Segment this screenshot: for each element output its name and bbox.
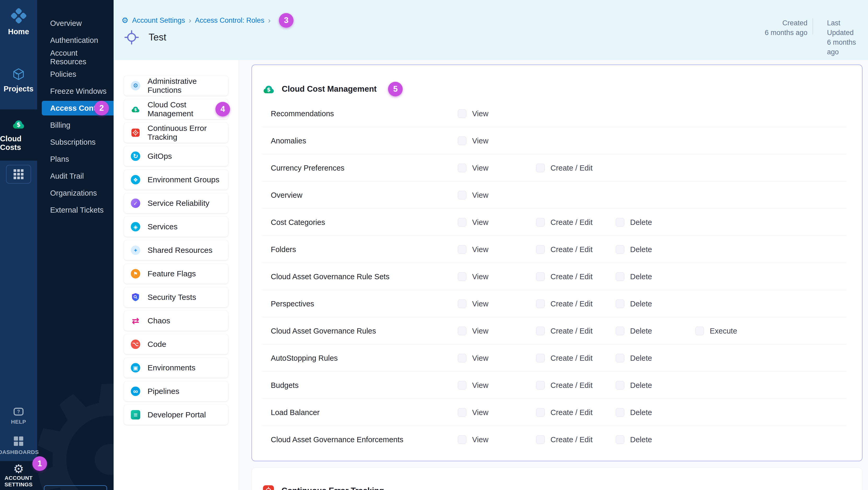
sidebar-item-external-tickets[interactable]: External Tickets (37, 202, 114, 219)
cost-categories-view-checkbox[interactable] (458, 218, 466, 227)
permission-action-create-edit: Create / Edit (536, 300, 592, 308)
overview-view-checkbox[interactable] (458, 191, 466, 200)
perspectives-delete-checkbox[interactable] (616, 300, 624, 308)
service-reliability-icon: ✓ (131, 198, 140, 208)
cloud-asset-governance-rules-delete-checkbox[interactable] (616, 327, 624, 335)
sidebar-item-access-control[interactable]: Access Control2 (42, 101, 114, 116)
checkbox-label: Delete (630, 300, 652, 308)
resource-group-security-tests[interactable]: Security Tests (124, 287, 228, 307)
permission-action-delete: Delete (616, 381, 652, 390)
perspectives-view-checkbox[interactable] (458, 300, 466, 308)
rail-item-cloud-costs[interactable]: $Cloud Costs (0, 110, 37, 161)
checkbox-label: View (472, 435, 488, 444)
rail-item-home[interactable]: Home (0, 0, 37, 41)
resource-group-pipelines[interactable]: ∞Pipelines (124, 381, 228, 401)
autostopping-rules-create-edit-checkbox[interactable] (536, 354, 545, 363)
annotation-badge-1: 1 (32, 456, 47, 471)
svg-text:$: $ (17, 121, 21, 128)
cloud-asset-governance-rule-sets-delete-checkbox[interactable] (616, 272, 624, 281)
sidebar-item-label: External Tickets (50, 206, 104, 214)
resource-group-administrative-functions[interactable]: ⚙Administrative Functions (124, 76, 228, 96)
currency-preferences-view-checkbox[interactable] (458, 164, 466, 173)
folders-create-edit-checkbox[interactable] (536, 245, 545, 254)
anomalies-view-checkbox[interactable] (458, 136, 466, 145)
sidebar-item-plans[interactable]: Plans (37, 151, 114, 168)
autostopping-rules-delete-checkbox[interactable] (616, 354, 624, 363)
cloud-asset-governance-enforcements-view-checkbox[interactable] (458, 435, 466, 444)
permission-action-create-edit: Create / Edit (536, 408, 592, 417)
cloud-asset-governance-rules-create-edit-checkbox[interactable] (536, 327, 545, 335)
sidebar-item-organizations[interactable]: Organizations (37, 185, 114, 202)
resource-group-code[interactable]: ⌥Code (124, 334, 228, 354)
sidebar-item-freeze-windows[interactable]: Freeze Windows (37, 83, 114, 100)
load-balancer-view-checkbox[interactable] (458, 408, 466, 417)
permission-action-view: View (458, 435, 488, 444)
content-area: ⚙Account Settings›Access Control: Roles›… (114, 0, 868, 490)
checkbox-label: Delete (630, 245, 652, 254)
sidebar-item-dashboards[interactable]: DASHBOARDS (0, 431, 37, 461)
load-balancer-delete-checkbox[interactable] (616, 408, 624, 417)
folders-view-checkbox[interactable] (458, 245, 466, 254)
permission-row-folders: FoldersViewCreate / EditDelete (252, 236, 862, 263)
sidebar-item-label: Policies (50, 70, 76, 79)
resource-group-gitops[interactable]: ↻GitOps (124, 146, 228, 166)
rail-item-label: Projects (4, 85, 33, 93)
sidebar-item-policies[interactable]: Policies (37, 66, 114, 83)
module-picker-button[interactable] (6, 165, 31, 184)
permission-row-load-balancer: Load BalancerViewCreate / EditDelete (252, 399, 862, 426)
load-balancer-create-edit-checkbox[interactable] (536, 408, 545, 417)
permissions-area: $ Cloud Cost Management 5 Recommendation… (239, 60, 868, 490)
checkbox-label: View (472, 408, 488, 417)
sidebar-bottom-widget[interactable] (44, 485, 107, 490)
resource-group-shared-resources[interactable]: ✦Shared Resources (124, 240, 228, 260)
permission-action-delete: Delete (616, 408, 652, 417)
sidebar-item-help[interactable]: ?HELP (0, 402, 37, 431)
sidebar-item-authentication[interactable]: Authentication (37, 32, 114, 49)
cloud-asset-governance-enforcements-create-edit-checkbox[interactable] (536, 435, 545, 444)
breadcrumb: ⚙Account Settings›Access Control: Roles›… (121, 13, 293, 28)
perspectives-create-edit-checkbox[interactable] (536, 300, 545, 308)
breadcrumb-link-account-settings[interactable]: Account Settings (132, 17, 185, 25)
sidebar-item-overview[interactable]: Overview (37, 15, 114, 32)
sidebar-item-billing[interactable]: Billing (37, 117, 114, 134)
cost-categories-create-edit-checkbox[interactable] (536, 218, 545, 227)
resource-group-services[interactable]: ◈Services (124, 217, 228, 237)
cloud-asset-governance-rule-sets-view-checkbox[interactable] (458, 272, 466, 281)
resource-group-environment-groups[interactable]: ❖Environment Groups (124, 170, 228, 190)
gitops-icon: ↻ (131, 152, 140, 161)
cloud-asset-governance-rules-execute-checkbox[interactable] (695, 327, 704, 335)
resource-group-feature-flags[interactable]: ⚑Feature Flags (124, 264, 228, 284)
autostopping-rules-view-checkbox[interactable] (458, 354, 466, 363)
checkbox-label: Create / Edit (551, 164, 592, 173)
cloud-cost-management-icon: $ (262, 83, 275, 95)
checkbox-label: View (472, 191, 488, 200)
permission-action-execute: Execute (695, 327, 737, 335)
sidebar-item-account-resources[interactable]: Account Resources (37, 49, 114, 66)
breadcrumb-link-access-control-roles[interactable]: Access Control: Roles (195, 17, 265, 25)
budgets-create-edit-checkbox[interactable] (536, 381, 545, 390)
resource-group-chaos[interactable]: ⇄Chaos (124, 311, 228, 331)
projects-cube-icon (12, 67, 25, 81)
cloud-asset-governance-rule-sets-create-edit-checkbox[interactable] (536, 272, 545, 281)
resource-group-cloud-cost-management[interactable]: $Cloud Cost Management4 (124, 99, 228, 119)
resource-group-developer-portal[interactable]: ≡Developer Portal (124, 405, 228, 425)
cloud-asset-governance-rules-view-checkbox[interactable] (458, 327, 466, 335)
budgets-view-checkbox[interactable] (458, 381, 466, 390)
sidebar-item-account-settings[interactable]: ⚙ ACCOUNT SETTINGS (0, 461, 37, 490)
resource-group-continuous-error-tracking[interactable]: Continuous Error Tracking (124, 123, 228, 143)
sidebar-item-subscriptions[interactable]: Subscriptions (37, 134, 114, 151)
code-icon: ⌥ (131, 340, 140, 349)
folders-delete-checkbox[interactable] (616, 245, 624, 254)
budgets-delete-checkbox[interactable] (616, 381, 624, 390)
sidebar-item-audit-trail[interactable]: Audit Trail (37, 168, 114, 185)
cloud-asset-governance-enforcements-delete-checkbox[interactable] (616, 435, 624, 444)
resource-group-service-reliability[interactable]: ✓Service Reliability (124, 193, 228, 213)
permission-label: Recommendations (271, 110, 334, 118)
continuous-error-tracking-icon (262, 485, 275, 490)
resource-group-environments[interactable]: ▣Environments (124, 358, 228, 378)
rail-item-projects[interactable]: Projects (0, 61, 37, 98)
currency-preferences-create-edit-checkbox[interactable] (536, 164, 545, 173)
recommendations-view-checkbox[interactable] (458, 110, 466, 118)
created-value: 6 months ago (765, 28, 807, 38)
cost-categories-delete-checkbox[interactable] (616, 218, 624, 227)
